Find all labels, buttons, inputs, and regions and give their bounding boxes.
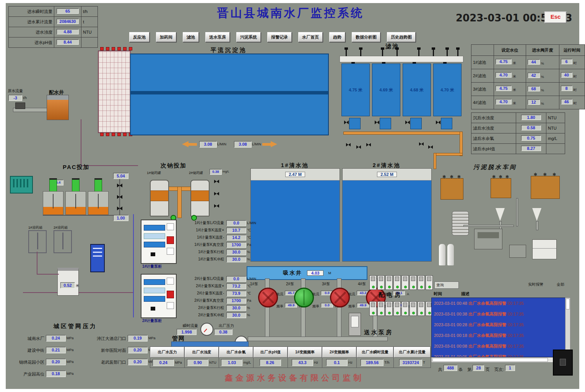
metering-row-unit: ℃	[247, 284, 251, 288]
outlet-value: 0.1	[326, 359, 348, 366]
quality-value: 8.27	[521, 146, 541, 151]
panel-stop-button[interactable]	[167, 291, 174, 298]
nav-data-analysis[interactable]: 数据分析图	[352, 32, 380, 42]
metering-panel-2	[141, 274, 177, 318]
nav-plant-home[interactable]: 水厂首页	[298, 32, 323, 42]
quality-table: 沉后水浊度1.80NTU 滤后水浊度0.58NTU 滤后水余氯0.75mg/L …	[471, 112, 565, 154]
panel-button[interactable]	[167, 248, 174, 255]
dissolve-tank-2	[54, 230, 72, 253]
alarm-row[interactable]: 2023-03-01 00:28 出厂水余氯高限报警 00:17:35	[434, 322, 566, 328]
nav-history-trend[interactable]: 历史趋势图	[387, 32, 416, 42]
clearwater1-level: 2.47	[289, 172, 297, 177]
filter-level: 4.75	[349, 88, 357, 92]
pump-1[interactable]	[258, 288, 278, 307]
alarm-row[interactable]: 2023-03-01 00:08 出厂水余氯高限报警 00:17:35	[434, 343, 566, 349]
alarm-hscrollbar[interactable]	[431, 357, 566, 363]
corner-control-button[interactable]	[553, 350, 573, 376]
suction-well-label: 吸水井	[283, 270, 302, 277]
pump-3[interactable]	[330, 288, 350, 307]
filter-tank-3: 4.68 米	[403, 63, 431, 116]
table-header-row: 设定水位进水阀开度运行时间	[471, 45, 585, 56]
filter-level: 4.68	[410, 88, 418, 92]
nav-trend[interactable]: 趋势	[329, 32, 345, 42]
outgoing-main-pipe	[171, 342, 249, 347]
pac-day-tank	[57, 268, 79, 296]
nav-pump-house[interactable]: 送水泵房	[205, 32, 230, 42]
table-row: 进水瞬时流量65t/h	[9, 7, 98, 17]
reactor-dots-bottom	[100, 133, 132, 136]
row-name: 1#滤池	[471, 56, 494, 69]
intake-unit: t	[81, 17, 98, 27]
scroll-thumb[interactable]	[566, 299, 570, 309]
nav-filter[interactable]: 滤池	[183, 32, 199, 42]
panel-bar	[144, 225, 165, 231]
metering-row-value: 30.0	[226, 312, 246, 318]
alarm-row[interactable]: 2023-03-01 00:48 出厂水余氯高限报警 00:17:35	[434, 301, 566, 306]
clearwater1-header: 2.47 M	[251, 169, 340, 181]
nav-reaction-pool[interactable]: 反应池	[129, 32, 150, 42]
freq-label: 频率	[348, 304, 355, 308]
alarm-row[interactable]: 2023-03-01 00:38 出厂水余氯高限报警 00:17:35	[434, 311, 566, 317]
alarm-msg: 出厂水余氯高限报警	[468, 355, 506, 357]
clearwater1-body	[251, 181, 340, 261]
panel-button[interactable]	[167, 302, 174, 309]
current-label: 电流	[312, 292, 319, 296]
flow-arrow-left-icon	[182, 141, 188, 147]
naclo-tank-2	[190, 180, 210, 216]
flow-arrow-right-icon	[271, 141, 277, 147]
flow-value-2: 3.08	[234, 141, 252, 148]
panel-switch[interactable]	[151, 307, 155, 311]
gauge1-label: 瞬时流量	[175, 323, 198, 329]
filter-setpoint-table: 设定水位进水阀开度运行时间 1#滤池4.75 米44 %6 时 2#滤池4.70…	[471, 44, 585, 109]
valve-open: 44	[528, 59, 540, 65]
alarm-col-desc: 描述	[461, 291, 470, 297]
panel-bar	[144, 279, 165, 285]
nav-sludge-system[interactable]: 污泥系统	[236, 32, 261, 42]
alarm-query-button[interactable]: 查询	[434, 281, 459, 289]
unit: MPa	[67, 336, 74, 340]
naclo-tank2-label: 2#储药罐	[189, 171, 203, 176]
unit: MPa	[175, 361, 182, 364]
alarm-time: 2023-03-01 00:48	[434, 301, 467, 306]
panel-stop-button[interactable]	[167, 236, 174, 244]
esc-button[interactable]: Esc	[544, 11, 567, 23]
outlet-value: 43.3	[292, 359, 313, 366]
valve-icon	[396, 50, 398, 56]
nav-dosing-room[interactable]: 加药间	[156, 32, 176, 42]
quality-label: 滤后水pH值	[471, 144, 516, 154]
unit: T/h	[384, 361, 389, 364]
metering-row-label: 1#计量泵K冲程	[177, 257, 224, 262]
outlet-cell: 出厂水瞬时流量189.56T/h	[357, 347, 394, 368]
panel-button[interactable]	[167, 278, 174, 285]
dissolve-tank2-label: 2#溶药箱	[54, 225, 68, 230]
metering-row-value: 30.0	[226, 257, 246, 262]
clearwater2-unit: M	[390, 172, 393, 177]
nav-alarm-record[interactable]: 报警记录	[267, 32, 292, 42]
alarm-row[interactable]: 2023-03-01 00:05 出厂水余氯高限报警 00:17:35	[434, 354, 566, 357]
metering-row-unit: Pa	[247, 243, 251, 247]
panel-switch[interactable]	[151, 252, 155, 256]
panel-button[interactable]	[167, 223, 174, 230]
unit: 时	[574, 61, 577, 65]
filter-level-unit: 米	[419, 88, 424, 92]
panel-bar	[144, 233, 165, 239]
metering-row-label: 2#计量泵K温度-	[177, 291, 224, 296]
filter-drain-box	[349, 118, 361, 129]
backwash-pipe	[434, 153, 463, 156]
scroll-thumb[interactable]	[432, 358, 548, 362]
alarm-row[interactable]: 2023-03-01 00:18 出厂水余氯高限报警 00:17:35	[434, 333, 566, 338]
row-name: 2#滤池	[471, 69, 494, 83]
network-point-label: 新华医院对面	[76, 348, 126, 353]
alarm-vscrollbar[interactable]	[565, 298, 570, 357]
current-label: 电流	[348, 292, 355, 296]
filter-header-pipe	[340, 56, 463, 62]
metering-row-unit: L/MIN	[247, 277, 256, 281]
pump-2[interactable]	[294, 288, 314, 307]
power-room-label: 配电房	[379, 291, 403, 299]
unit: T	[423, 361, 425, 364]
intake-label: 进水pH值	[9, 37, 54, 48]
status-lamp-green	[191, 215, 197, 221]
outlet-label: 出厂水pH值	[253, 347, 288, 358]
dewatering-machine	[474, 229, 502, 249]
filter-level: 4.69	[379, 88, 387, 92]
